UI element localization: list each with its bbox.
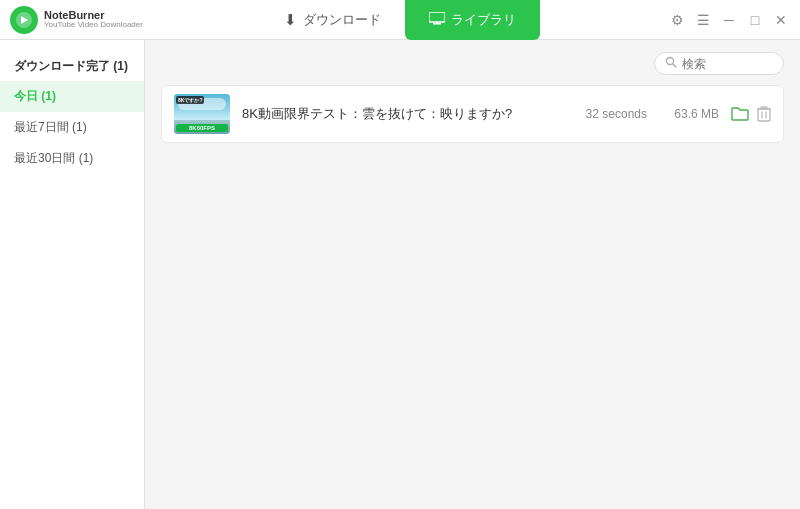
library-tab-icon <box>429 12 445 29</box>
open-folder-button[interactable] <box>731 106 749 122</box>
download-tab-label: ダウンロード <box>303 11 381 29</box>
tab-library[interactable]: ライブラリ <box>405 0 540 40</box>
video-size: 63.6 MB <box>659 107 719 121</box>
minimize-button[interactable]: ─ <box>720 11 738 29</box>
video-actions <box>731 106 771 122</box>
settings-button[interactable]: ⚙ <box>668 11 686 29</box>
video-duration: 32 seconds <box>567 107 647 121</box>
video-thumbnail: 8Kですか? 8K60FPS <box>174 94 230 134</box>
tab-download[interactable]: ⬇ ダウンロード <box>260 0 405 40</box>
svg-rect-6 <box>758 109 770 121</box>
sidebar-item-month[interactable]: 最近30日間 (1) <box>0 143 144 174</box>
logo-icon <box>10 6 38 34</box>
download-tab-icon: ⬇ <box>284 11 297 29</box>
svg-point-4 <box>667 58 674 65</box>
close-button[interactable]: ✕ <box>772 11 790 29</box>
brand-sub: YouTube Video Downloader <box>44 21 143 30</box>
sidebar-item-week[interactable]: 最近7日間 (1) <box>0 112 144 143</box>
video-title: 8K動画限界テスト：雲を抜けて：映りますか? <box>242 105 555 123</box>
app-logo: NoteBurner YouTube Video Downloader <box>10 6 143 34</box>
search-input-wrap[interactable] <box>654 52 784 75</box>
content-area: 8Kですか? 8K60FPS 8K動画限界テスト：雲を抜けて：映りますか? 32… <box>145 40 800 509</box>
delete-button[interactable] <box>757 106 771 122</box>
thumb-fps-text: 8K60FPS <box>176 124 228 132</box>
sidebar-item-today[interactable]: 今日 (1) <box>0 81 144 112</box>
search-input[interactable] <box>682 57 772 71</box>
window-controls: ⚙ ☰ ─ □ ✕ <box>668 11 790 29</box>
sidebar: ダウンロード完了 (1) 今日 (1) 最近7日間 (1) 最近30日間 (1) <box>0 40 145 509</box>
logo-text: NoteBurner YouTube Video Downloader <box>44 9 143 30</box>
search-icon <box>665 56 677 71</box>
table-row: 8Kですか? 8K60FPS 8K動画限界テスト：雲を抜けて：映りますか? 32… <box>161 85 784 143</box>
svg-rect-2 <box>433 23 441 25</box>
search-bar <box>161 52 784 75</box>
video-list: 8Kですか? 8K60FPS 8K動画限界テスト：雲を抜けて：映りますか? 32… <box>161 85 784 497</box>
title-bar: NoteBurner YouTube Video Downloader ⬇ ダウ… <box>0 0 800 40</box>
maximize-button[interactable]: □ <box>746 11 764 29</box>
thumb-badge-text: 8Kですか? <box>176 96 204 104</box>
menu-button[interactable]: ☰ <box>694 11 712 29</box>
svg-line-5 <box>673 64 676 67</box>
library-tab-label: ライブラリ <box>451 11 516 29</box>
nav-tabs: ⬇ ダウンロード ライブラリ <box>260 0 540 40</box>
sidebar-section-title: ダウンロード完了 (1) <box>0 50 144 81</box>
main-layout: ダウンロード完了 (1) 今日 (1) 最近7日間 (1) 最近30日間 (1) <box>0 40 800 509</box>
svg-rect-1 <box>429 12 445 22</box>
